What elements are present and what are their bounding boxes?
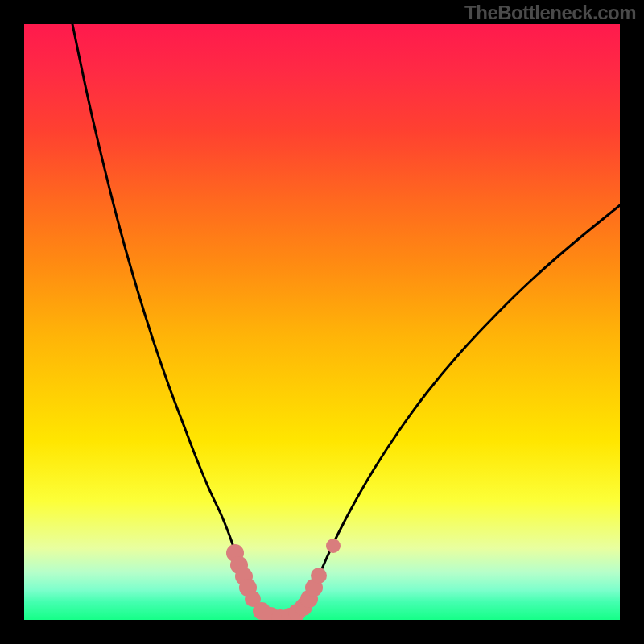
curve-right-branch <box>278 205 620 618</box>
data-marker <box>326 539 341 553</box>
data-marker <box>311 568 327 584</box>
chart-plot-area <box>24 24 620 620</box>
curve-left-branch <box>72 24 278 618</box>
watermark-text: TheBottleneck.com <box>464 2 636 24</box>
marker-group <box>226 539 341 620</box>
chart-svg <box>24 24 620 620</box>
curve-group <box>72 24 620 618</box>
chart-frame: TheBottleneck.com <box>0 0 644 644</box>
